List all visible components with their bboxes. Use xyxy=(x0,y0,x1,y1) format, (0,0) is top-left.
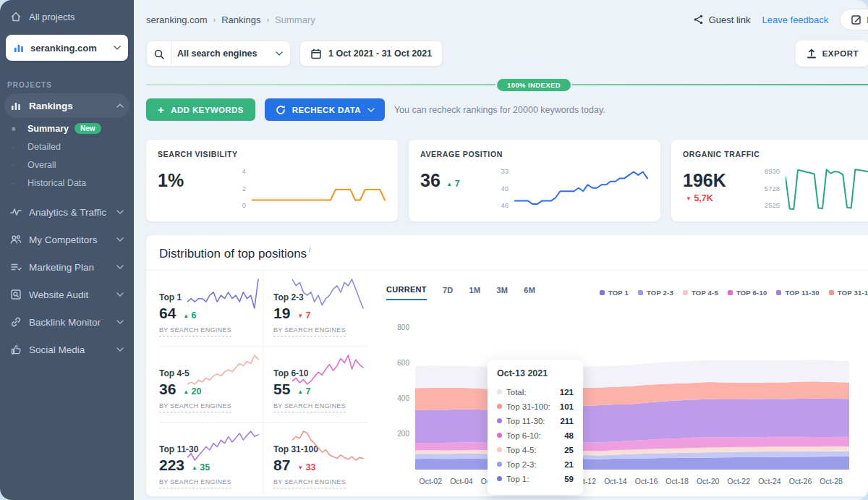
by-search-engines-link[interactable]: BY SEARCH ENGINES xyxy=(273,478,346,488)
y-ticks: 334046 xyxy=(490,166,509,211)
breadcrumb-rankings[interactable]: Rankings xyxy=(221,14,260,25)
chevron-down-icon xyxy=(116,292,124,297)
x-tick-label: Oct-16 xyxy=(635,477,658,486)
card-value: 1% xyxy=(158,170,184,190)
project-chart-icon xyxy=(13,42,25,54)
main-content: seranking.com › Rankings › Summary Guest… xyxy=(134,0,868,500)
sidebar-item-detailed[interactable]: · Detailed xyxy=(0,137,134,156)
x-tick-label: Oct-26 xyxy=(789,477,812,486)
legend-top4-5[interactable]: TOP 4-5 xyxy=(683,289,718,297)
legend-top11-30[interactable]: TOP 11-30 xyxy=(776,289,819,297)
breadcrumb: seranking.com › Rankings › Summary xyxy=(146,14,315,25)
tab-3m[interactable]: 3M xyxy=(496,286,508,300)
leave-feedback-link[interactable]: Leave feedback xyxy=(762,14,829,25)
sidebar-item-historical-data[interactable]: · Historical Data xyxy=(0,174,134,192)
project-selector[interactable]: seranking.com xyxy=(6,35,128,61)
sidebar-item-marketing-plan[interactable]: Marketing Plan xyxy=(4,254,129,280)
add-keywords-button[interactable]: + ADD KEYWORDS xyxy=(146,98,255,121)
sidebar-item-my-competitors[interactable]: My Competitors xyxy=(4,226,129,253)
sidebar-item-social-media[interactable]: Social Media xyxy=(4,336,129,363)
calendar-icon xyxy=(310,48,322,59)
bullet-icon: ■ xyxy=(12,125,27,132)
breadcrumb-project[interactable]: seranking.com xyxy=(146,14,208,25)
marketing-plan-icon xyxy=(10,261,22,273)
stacked-area-chart[interactable]: 200400600800 Oct-13 2021 Total:121 Top 3… xyxy=(415,318,849,470)
organic-traffic-sparkline xyxy=(786,166,868,213)
social-media-icon xyxy=(10,344,22,355)
chevron-down-icon xyxy=(116,210,124,214)
mini-cards: Top 1 64 ▲ 6 BY SEARCH ENGINES Top 2-3 1… xyxy=(146,271,367,498)
sidebar-item-analytics-traffic[interactable]: Analytics & Traffic xyxy=(4,199,129,225)
sidebar-item-summary[interactable]: ■ Summary New xyxy=(0,119,134,137)
indexed-badge: 100% INDEXED xyxy=(495,77,572,93)
stacked-area-svg xyxy=(415,318,849,470)
top31-100-sparkline xyxy=(292,428,365,463)
card-delta: ▼ 5,7K xyxy=(686,193,713,203)
x-tick-label: Oct-04 xyxy=(450,477,473,486)
notes-button[interactable]: Notes (12) xyxy=(840,9,868,30)
info-icon[interactable]: i xyxy=(309,246,310,254)
legend-top31-100[interactable]: TOP 31-100 xyxy=(829,289,868,297)
chevron-up-icon xyxy=(116,103,124,108)
tab-1m[interactable]: 1M xyxy=(469,286,481,300)
bullet-icon: · xyxy=(12,161,27,169)
mini-card-top6-10: Top 6-10 55 ▲ 7 BY SEARCH ENGINES xyxy=(263,347,367,423)
legend-top2-3[interactable]: TOP 2-3 xyxy=(638,289,673,297)
card-title: AVERAGE POSITION xyxy=(420,150,649,158)
y-tick-label: 800 xyxy=(397,323,409,331)
search-visibility-card: SEARCH VISIBILITY 1% 420 xyxy=(146,140,398,221)
mini-card-top31-100: Top 31-100 87 ▼ 33 BY SEARCH ENGINES xyxy=(263,423,367,498)
project-name: seranking.com xyxy=(30,43,108,54)
by-search-engines-link[interactable]: BY SEARCH ENGINES xyxy=(159,402,231,412)
by-search-engines-link[interactable]: BY SEARCH ENGINES xyxy=(159,326,231,336)
card-title: SEARCH VISIBILITY xyxy=(158,150,386,158)
by-search-engines-link[interactable]: BY SEARCH ENGINES xyxy=(273,402,346,412)
sidebar-item-all-projects[interactable]: All projects xyxy=(0,3,134,30)
legend-top6-10[interactable]: TOP 6-10 xyxy=(728,289,767,297)
y-tick-label: 200 xyxy=(397,430,409,438)
top6-10-sparkline xyxy=(292,352,365,387)
breadcrumb-separator: › xyxy=(266,15,269,24)
by-search-engines-link[interactable]: BY SEARCH ENGINES xyxy=(159,478,231,488)
mini-card-top11-30: Top 11-30 223 ▲ 35 BY SEARCH ENGINES xyxy=(159,423,263,498)
y-axis: 200400600800 xyxy=(386,318,409,470)
search-visibility-sparkline xyxy=(252,166,386,213)
export-button[interactable]: EXPORT xyxy=(796,41,868,67)
recheck-data-button[interactable]: RECHECK DATA xyxy=(265,98,385,121)
y-tick-label: 600 xyxy=(397,359,409,367)
share-icon xyxy=(693,14,704,25)
chart-legend: TOP 1 TOP 2-3 TOP 4-5 TOP 6-10 TOP 11-30… xyxy=(600,289,868,297)
legend-top1[interactable]: TOP 1 xyxy=(600,289,629,297)
analytics-icon xyxy=(10,206,22,218)
search-engines-select[interactable]: All search engines xyxy=(146,41,291,67)
rankings-label: Rankings xyxy=(29,101,73,111)
date-range-picker[interactable]: 1 Oct 2021 - 31 Oct 2021 xyxy=(299,41,443,67)
tooltip-row-top2-3: Top 2-3:21 xyxy=(497,457,574,472)
y-ticks: 893057282525 xyxy=(758,166,780,211)
all-projects-label: All projects xyxy=(29,12,75,22)
sidebar-item-backlink-monitor[interactable]: Backlink Monitor xyxy=(4,309,129,335)
tab-6m[interactable]: 6M xyxy=(524,286,535,300)
new-badge: New xyxy=(75,123,101,134)
mini-card-top2-3: Top 2-3 19 ▼ 7 BY SEARCH ENGINES xyxy=(263,271,367,347)
y-tick-label: 400 xyxy=(397,394,409,402)
sidebar-item-rankings[interactable]: Rankings xyxy=(4,93,129,118)
top1-sparkline xyxy=(187,276,260,311)
chevron-down-icon xyxy=(116,237,124,242)
export-icon xyxy=(806,48,817,59)
plus-icon: + xyxy=(158,103,164,116)
bullet-icon: · xyxy=(12,179,27,187)
recheck-note: You can recheck rankings for 20000 keywo… xyxy=(394,105,605,115)
sidebar-item-website-audit[interactable]: Website Audit xyxy=(4,281,129,308)
tooltip-row-top1: Top 1:59 xyxy=(497,472,574,486)
distribution-card: Distribution of top positionsi Top 1 64 … xyxy=(146,235,868,496)
by-search-engines-link[interactable]: BY SEARCH ENGINES xyxy=(273,326,346,336)
guest-link-button[interactable]: Guest link xyxy=(693,14,751,25)
sidebar-item-overall[interactable]: · Overall xyxy=(0,156,134,174)
top4-5-sparkline xyxy=(187,352,260,387)
sidebar: All projects seranking.com PROJECTS Rank… xyxy=(0,0,134,500)
tab-current[interactable]: CURRENT xyxy=(386,285,427,300)
y-ticks: 420 xyxy=(227,166,246,211)
projects-section-label: PROJECTS xyxy=(7,81,134,89)
tab-7d[interactable]: 7D xyxy=(443,286,454,300)
